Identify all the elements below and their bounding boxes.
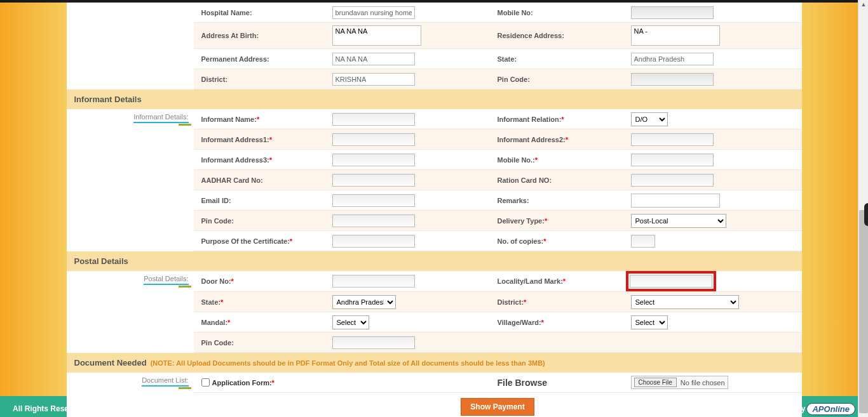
village-label: Village/Ward:* <box>492 316 626 329</box>
informant-side-label: Informant Details: <box>133 113 188 123</box>
application-form-checkbox[interactable] <box>201 378 210 387</box>
remarks-label: Remarks: <box>492 194 626 207</box>
postal-district-select[interactable]: Select <box>631 295 739 309</box>
email-label: Email ID: <box>194 194 327 207</box>
remarks-input[interactable] <box>631 194 720 208</box>
locality-input[interactable] <box>630 275 712 288</box>
village-select[interactable]: Select <box>631 315 668 329</box>
informant-address2-label: Informant Address2:* <box>492 133 626 146</box>
document-side-label: Document List: <box>142 376 188 387</box>
permanent-address-label: Permanent Address: <box>194 53 327 65</box>
purpose-input[interactable] <box>332 235 415 248</box>
birth-pin-code-input <box>631 73 714 86</box>
door-no-label: Door No:* <box>194 275 327 288</box>
informant-details-header: Informant Details <box>67 89 802 109</box>
informant-address1-label: Informant Address1:* <box>194 133 327 146</box>
informant-pin-label: Pin Code: <box>194 215 327 227</box>
residence-address-input: NA - <box>631 25 720 46</box>
informant-relation-label: Informant Relation:* <box>492 113 626 126</box>
mobile-no-input <box>631 6 714 19</box>
document-note: (NOTE: All Upload Documents should be in… <box>151 359 545 367</box>
informant-pin-input[interactable] <box>332 215 415 227</box>
informant-mobile-input[interactable] <box>631 154 714 166</box>
locality-label: Locality/Land Mark:* <box>492 275 626 288</box>
informant-relation-select[interactable]: D/O <box>631 112 668 126</box>
informant-mobile-label: Mobile No.:* <box>492 154 626 166</box>
aadhar-input[interactable] <box>332 174 415 187</box>
address-at-birth-input: NA NA NA <box>332 25 421 46</box>
mandal-label: Mandal:* <box>194 316 327 329</box>
scrollbar-up-arrow-icon[interactable]: ▲ <box>859 0 868 9</box>
hospital-name-label: Hospital Name: <box>194 6 327 19</box>
postal-state-label: State:* <box>194 296 327 308</box>
residence-address-label: Residence Address: <box>492 29 626 42</box>
copies-label: No. of copies:* <box>492 235 626 248</box>
email-input[interactable] <box>332 194 415 207</box>
postal-pin-label: Pin Code: <box>194 336 327 349</box>
postal-district-label: District:* <box>492 296 626 308</box>
district-input <box>332 73 415 86</box>
purpose-label: Purpose Of the Certificate:* <box>194 235 327 248</box>
informant-name-label: Informant Name:* <box>194 113 327 126</box>
postal-pin-input[interactable] <box>332 336 415 349</box>
file-input[interactable]: Choose File No file chosen <box>631 376 728 389</box>
choose-file-button[interactable]: Choose File <box>634 378 677 387</box>
hospital-name-input <box>332 6 415 19</box>
address-at-birth-label: Address At Birth: <box>194 29 327 42</box>
document-needed-header: Document Needed (NOTE: All Upload Docume… <box>67 353 802 373</box>
state-input <box>631 53 714 65</box>
informant-address3-input[interactable] <box>332 154 415 166</box>
scrollbar-thumb[interactable] <box>859 210 868 413</box>
postal-details-header: Postal Details <box>67 251 802 271</box>
informant-address3-label: Informant Address3:* <box>194 154 327 166</box>
informant-address1-input[interactable] <box>332 133 415 146</box>
mandal-select[interactable]: Select <box>332 315 369 329</box>
show-payment-button[interactable]: Show Payment <box>461 398 534 416</box>
aadhar-label: AADHAR Card No: <box>194 174 327 187</box>
informant-address2-input[interactable] <box>631 133 714 146</box>
district-label: District: <box>194 73 327 86</box>
postal-side-label: Postal Details: <box>144 275 188 285</box>
postal-state-select[interactable]: Andhra Pradesh <box>332 295 396 309</box>
birth-pin-code-label: Pin Code: <box>492 73 626 86</box>
door-no-input[interactable] <box>332 275 415 288</box>
delivery-type-label: Delivery Type:* <box>492 215 626 227</box>
aponline-logo: APOnline <box>806 403 855 415</box>
mobile-no-label: Mobile No: <box>492 6 626 19</box>
state-label: State: <box>492 53 626 65</box>
permanent-address-input <box>332 53 415 65</box>
informant-name-input[interactable] <box>332 113 415 126</box>
application-form-label: Application Form:* <box>212 379 275 387</box>
file-browse-label: File Browse <box>498 378 548 388</box>
delivery-type-select[interactable]: Post-Local <box>631 214 726 228</box>
file-status-text: No file chosen <box>681 379 725 387</box>
ration-card-label: Ration Card NO: <box>492 174 626 187</box>
locality-highlight <box>626 271 716 291</box>
right-edge-handle <box>864 203 868 226</box>
copies-input[interactable] <box>631 235 655 248</box>
ration-card-input[interactable] <box>631 174 714 187</box>
